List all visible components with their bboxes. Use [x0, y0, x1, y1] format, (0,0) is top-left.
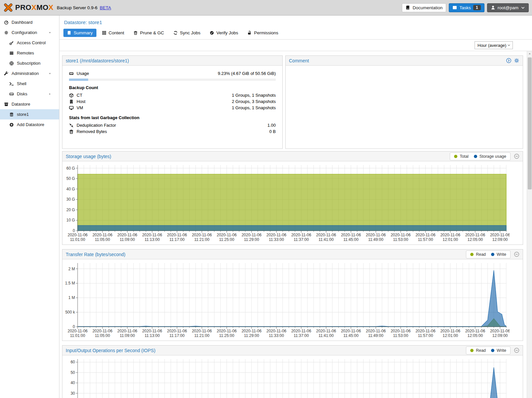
- brand-text: PROXMOX: [15, 3, 53, 12]
- select-chevron-icon: [507, 44, 511, 47]
- minus-circle-icon[interactable]: [514, 251, 519, 257]
- legend-item-write[interactable]: Write: [491, 348, 506, 353]
- svg-text:11:41:00: 11:41:00: [319, 333, 334, 338]
- tab-sync-jobs[interactable]: Sync Jobs: [170, 29, 204, 37]
- circle-chevron-right-icon[interactable]: [506, 58, 512, 63]
- svg-text:2020-11-06: 2020-11-06: [217, 329, 237, 333]
- row-label: Removed Bytes: [77, 129, 107, 134]
- legend-item-write[interactable]: Write: [491, 252, 506, 257]
- svg-text:2020-11-06: 2020-11-06: [117, 329, 137, 333]
- row-value: 1 Groups, 1 Snapshots: [232, 105, 276, 110]
- sidebar-item-store1[interactable]: store1: [0, 109, 59, 119]
- minus-circle-icon[interactable]: [514, 153, 519, 159]
- key-icon: [9, 41, 14, 45]
- legend-dot: [470, 349, 474, 352]
- svg-text:2020-11-06: 2020-11-06: [291, 329, 311, 333]
- user-menu-button[interactable]: root@pam: [487, 3, 529, 12]
- scroll-up-button[interactable]: [527, 51, 532, 56]
- store1-panel: store1 (/mnt/datastores/store1) Usage 9.…: [62, 55, 283, 149]
- svg-text:11:01:00: 11:01:00: [70, 237, 85, 242]
- terminal-icon: [9, 82, 14, 86]
- legend-item-storage-usage[interactable]: Storage usage: [474, 154, 506, 159]
- legend-label: Write: [497, 252, 506, 257]
- sidebar-item-label: Dashboard: [12, 20, 33, 25]
- svg-text:2020-11-06: 2020-11-06: [192, 233, 212, 237]
- svg-text:2020-11-06: 2020-11-06: [291, 233, 311, 237]
- svg-text:2020-11-06: 2020-11-06: [465, 233, 485, 237]
- sidebar-item-label: Datastore: [12, 102, 30, 107]
- scroll-thumb[interactable]: [528, 57, 532, 189]
- svg-text:11:25:00: 11:25:00: [219, 237, 234, 242]
- chart-legend: TotalStorage usage: [450, 152, 511, 160]
- legend-item-read[interactable]: Read: [470, 348, 486, 353]
- svg-text:30: 30: [71, 391, 75, 396]
- tab-content[interactable]: Content: [98, 29, 128, 37]
- tasks-button[interactable]: Tasks 1: [449, 3, 484, 12]
- svg-text:11:17:00: 11:17:00: [169, 237, 185, 242]
- sidebar-item-dashboard[interactable]: Dashboard: [0, 17, 59, 27]
- sidebar-item-remotes[interactable]: Remotes: [0, 48, 59, 58]
- row-label-group: Host: [69, 99, 86, 104]
- timeframe-value: Hour (average): [478, 43, 506, 48]
- unlock-icon: [247, 31, 252, 35]
- svg-text:12:09:00: 12:09:00: [492, 237, 508, 242]
- chart-title: Storage usage (bytes): [66, 154, 111, 159]
- tab-label: Content: [109, 30, 124, 35]
- sidebar-item-configuration[interactable]: Configuration: [0, 27, 59, 38]
- svg-text:11:05:00: 11:05:00: [95, 333, 110, 338]
- sidebar-item-shell[interactable]: Shell: [0, 79, 59, 89]
- caret-right-icon[interactable]: [48, 92, 52, 96]
- svg-text:11:01:00: 11:01:00: [70, 333, 85, 338]
- legend-dot: [491, 349, 494, 352]
- beta-link[interactable]: BETA: [100, 5, 111, 10]
- chart-panel-header: Transfer Rate (bytes/second)ReadWrite: [62, 249, 523, 259]
- tab-summary[interactable]: Summary: [63, 29, 96, 37]
- svg-text:2020-11-06: 2020-11-06: [366, 233, 386, 237]
- chart-canvas: 010 G20 G30 G40 G50 G60 G2020-11-0611:01…: [62, 161, 523, 245]
- legend-label: Read: [476, 252, 486, 257]
- tab-verify-jobs[interactable]: Verify Jobs: [206, 29, 242, 37]
- svg-text:2020-11-06: 2020-11-06: [391, 329, 411, 333]
- wrench-icon: [4, 71, 9, 76]
- timeframe-select[interactable]: Hour (average): [475, 41, 513, 49]
- legend-label: Storage usage: [479, 154, 506, 159]
- svg-text:2020-11-06: 2020-11-06: [316, 233, 336, 237]
- sidebar-item-administration[interactable]: Administration: [0, 68, 59, 79]
- tab-label: Permissions: [254, 30, 278, 35]
- sidebar-item-subscription[interactable]: Subscription: [0, 58, 59, 68]
- row-value: 2 Groups, 3 Snapshots: [232, 99, 276, 104]
- refresh-icon: [173, 31, 178, 35]
- svg-text:11:49:00: 11:49:00: [368, 237, 383, 242]
- caret-down-icon[interactable]: [48, 31, 52, 34]
- tab-prune-gc[interactable]: Prune & GC: [130, 29, 168, 37]
- svg-text:11:33:00: 11:33:00: [269, 237, 284, 242]
- tab-permissions[interactable]: Permissions: [244, 29, 282, 37]
- legend-dot: [454, 155, 457, 158]
- svg-text:2020-11-06: 2020-11-06: [142, 233, 162, 237]
- sidebar-item-access-control[interactable]: Access Control: [0, 38, 59, 48]
- gear-icon[interactable]: [514, 58, 519, 63]
- documentation-button[interactable]: Documentation: [402, 3, 446, 12]
- vertical-scrollbar[interactable]: [527, 51, 532, 398]
- table-row: Deduplication Factor1.00: [69, 122, 276, 128]
- usage-progressbar: [69, 79, 276, 81]
- svg-text:2020-11-06: 2020-11-06: [465, 329, 485, 333]
- legend-item-read[interactable]: Read: [470, 252, 486, 257]
- check-circle-icon: [210, 31, 214, 35]
- sidebar-item-label: Access Control: [17, 40, 46, 45]
- row-value: 1.00: [267, 123, 276, 128]
- table-row: Host2 Groups, 3 Snapshots: [69, 98, 276, 105]
- legend-item-total[interactable]: Total: [454, 154, 468, 159]
- minus-circle-icon[interactable]: [514, 348, 519, 353]
- sidebar-item-datastore[interactable]: Datastore: [0, 99, 59, 109]
- sidebar-item-disks[interactable]: Disks: [0, 89, 59, 99]
- lifering-icon: [9, 61, 14, 66]
- backup-count-title: Backup Count: [69, 85, 276, 90]
- cube-icon: [69, 93, 74, 98]
- sidebar: DashboardConfigurationAccess ControlRemo…: [0, 16, 59, 398]
- svg-text:0: 0: [73, 324, 75, 329]
- desktop-icon: [69, 106, 74, 110]
- sidebar-item-label: Remotes: [17, 50, 34, 55]
- caret-down-icon[interactable]: [48, 72, 52, 75]
- sidebar-item-add-datastore[interactable]: Add Datastore: [0, 119, 59, 130]
